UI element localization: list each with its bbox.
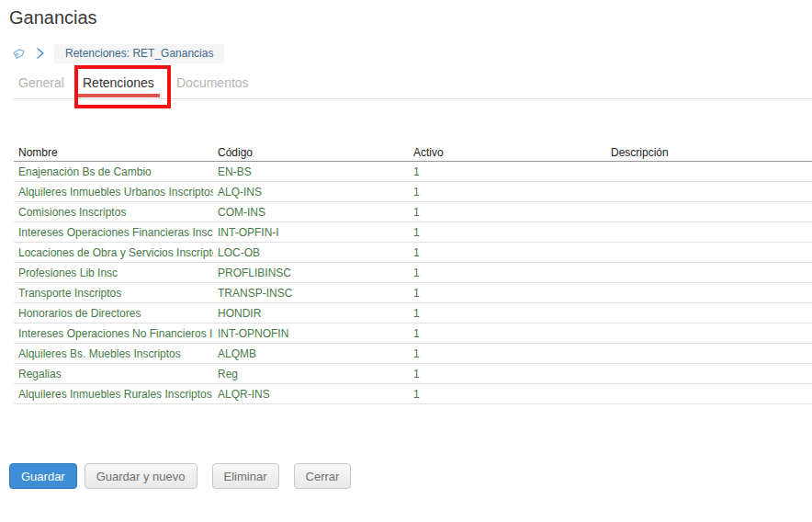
save-and-new-button[interactable]: Guardar y nuevo [85,463,197,489]
cell-nombre: Honorarios de Directores [14,307,213,320]
cell-codigo: INT-OPNOFIN [213,327,409,340]
tag-icon[interactable] [11,45,28,62]
cell-nombre: Alquileres Inmuebles Urbanos Inscriptos [14,186,213,199]
page-title: Ganancias [9,7,97,28]
cell-activo: 1 [409,186,606,199]
close-button[interactable]: Cerrar [294,463,352,489]
cell-activo: 1 [409,347,606,360]
table-row[interactable]: Alquileres Bs. Muebles InscriptosALQMB1 [14,344,812,364]
table-row[interactable]: Intereses Operaciones Financieras Inscri… [14,222,812,243]
tab-general[interactable]: General [18,72,64,97]
column-header-nombre[interactable]: Nombre [14,146,213,159]
cell-codigo: INT-OPFIN-I [213,226,409,239]
delete-button[interactable]: Eliminar [212,463,279,489]
cell-activo: 1 [409,388,606,401]
tab-documentos[interactable]: Documentos [176,72,249,97]
table-row[interactable]: RegaliasReg1 [14,364,812,384]
table-row[interactable]: Alquileres Inmuebles Rurales InscriptosA… [14,384,812,404]
cell-nombre: Intereses Operaciones Financieras Inscri… [14,226,213,239]
cell-codigo: ALQMB [213,347,409,360]
table-row[interactable]: Profesiones Lib InscPROFLIBINSC1 [14,263,812,283]
save-button[interactable]: Guardar [9,463,77,489]
cell-activo: 1 [409,206,606,219]
cell-activo: 1 [409,327,606,340]
cell-nombre: Comisiones Inscriptos [14,206,213,219]
cell-codigo: EN-BS [213,165,409,178]
cell-activo: 1 [409,165,606,178]
chevron-right-icon [34,47,47,60]
tab-retenciones[interactable]: Retenciones [77,72,160,97]
table-row[interactable]: Comisiones InscriptosCOM-INS1 [14,202,812,222]
cell-activo: 1 [409,307,606,320]
cell-codigo: HONDIR [213,307,409,320]
cell-codigo: COM-INS [213,206,409,219]
column-header-descripcion[interactable]: Descripción [606,146,812,159]
retenciones-table: Nombre Código Activo Descripción Enajena… [14,143,812,404]
column-header-codigo[interactable]: Código [213,146,409,159]
cell-nombre: Enajenación Bs de Cambio [14,165,213,178]
breadcrumb-item[interactable]: Retenciones: RET_Ganancias [54,44,224,63]
table-row[interactable]: Intereses Operaciones No Financieros Ins… [14,323,812,344]
table-body: Enajenación Bs de CambioEN-BS1Alquileres… [14,162,812,404]
table-row[interactable]: Transporte InscriptosTRANSP-INSC1 [14,283,812,303]
cell-activo: 1 [409,226,606,239]
tab-bar: General Retenciones Documentos [14,72,812,99]
cell-activo: 1 [409,287,606,300]
form-actions: Guardar Guardar y nuevo Eliminar Cerrar [9,463,366,489]
cell-nombre: Regalias [14,368,213,380]
cell-activo: 1 [409,368,606,380]
cell-codigo: ALQR-INS [213,388,409,401]
table-row[interactable]: Alquileres Inmuebles Urbanos InscriptosA… [14,182,812,202]
table-header-row: Nombre Código Activo Descripción [14,143,812,162]
table-row[interactable]: Honorarios de DirectoresHONDIR1 [14,303,812,323]
cell-nombre: Intereses Operaciones No Financieros Ins… [14,327,213,340]
cell-codigo: Reg [213,368,409,380]
ganancias-form-window: Ganancias Retenciones: RET_Ganancias Gen… [0,0,812,522]
cell-activo: 1 [409,246,606,259]
breadcrumb: Retenciones: RET_Ganancias [11,43,224,63]
cell-activo: 1 [409,267,606,279]
table-row[interactable]: Enajenación Bs de CambioEN-BS1 [14,162,812,182]
cell-codigo: TRANSP-INSC [213,287,409,300]
cell-codigo: ALQ-INS [213,186,409,199]
cell-nombre: Profesiones Lib Insc [14,267,213,279]
cell-codigo: LOC-OB [213,246,409,259]
cell-nombre: Alquileres Bs. Muebles Inscriptos [14,347,213,360]
column-header-activo[interactable]: Activo [409,146,606,159]
cell-codigo: PROFLIBINSC [213,267,409,279]
cell-nombre: Locaciones de Obra y Servicios Inscripto… [14,246,213,259]
cell-nombre: Alquileres Inmuebles Rurales Inscriptos [14,388,213,401]
table-row[interactable]: Locaciones de Obra y Servicios Inscripto… [14,243,812,263]
cell-nombre: Transporte Inscriptos [14,287,213,300]
